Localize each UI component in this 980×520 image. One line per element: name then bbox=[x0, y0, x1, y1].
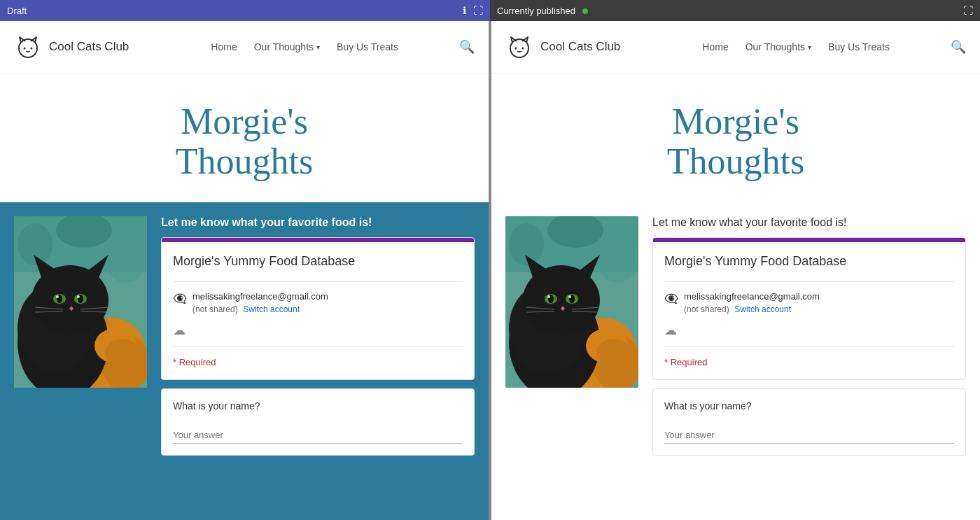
svg-point-53 bbox=[568, 295, 571, 298]
switch-account-link-right[interactable]: Switch account bbox=[734, 304, 791, 314]
svg-point-8 bbox=[18, 223, 52, 265]
logo-text-left: Cool Cats Club bbox=[49, 40, 129, 54]
nav-links-left: Home Our Thoughts ▾ Buy Us Treats bbox=[157, 41, 452, 52]
account-text-left: melissakingfreelance@gmail.com (not shar… bbox=[192, 290, 328, 316]
nav-home-left[interactable]: Home bbox=[211, 41, 237, 52]
cat-logo-icon-right bbox=[505, 33, 533, 61]
nav-treats-left[interactable]: Buy Us Treats bbox=[337, 41, 398, 52]
account-row-left: 👁‍🗨 melissakingfreelance@gmail.com (not … bbox=[173, 290, 463, 316]
nav-home-right[interactable]: Home bbox=[702, 41, 728, 52]
content-section-left: Let me know what your favorite food is! … bbox=[0, 202, 489, 520]
account-text-right: melissakingfreelance@gmail.com (not shar… bbox=[684, 290, 820, 316]
cat-photo-left bbox=[14, 216, 147, 388]
hero-title-right: Morgie's Thoughts bbox=[505, 101, 966, 181]
content-section-right: Let me know what your favorite food is! … bbox=[491, 202, 980, 520]
cat-image-right bbox=[505, 216, 638, 388]
nav-thoughts-right[interactable]: Our Thoughts ▾ bbox=[746, 41, 811, 52]
svg-point-2 bbox=[31, 48, 33, 50]
switch-account-link-left[interactable]: Switch account bbox=[243, 304, 300, 314]
required-text-right: * Required bbox=[664, 357, 707, 367]
cat-image-left bbox=[14, 216, 147, 388]
expand-icon-left[interactable]: ⛶ bbox=[473, 5, 483, 16]
nav-thoughts-left[interactable]: Our Thoughts ▾ bbox=[254, 41, 320, 52]
search-icon-right[interactable]: 🔍 bbox=[951, 39, 966, 55]
svg-point-52 bbox=[547, 295, 550, 298]
form-area-left[interactable]: Let me know what your favorite food is! … bbox=[161, 216, 475, 520]
svg-point-0 bbox=[19, 39, 37, 57]
cloud-icon-right: ☁ bbox=[664, 323, 954, 338]
svg-point-32 bbox=[515, 48, 517, 50]
answer-input-right[interactable] bbox=[664, 430, 954, 444]
draft-top-bar: Draft ℹ ⛶ bbox=[0, 0, 490, 21]
cat-logo-icon-left bbox=[14, 33, 42, 61]
svg-point-30 bbox=[105, 339, 140, 367]
answer-input-left[interactable] bbox=[173, 430, 463, 444]
svg-point-38 bbox=[509, 223, 544, 265]
question-card-right: What is your name? bbox=[652, 388, 966, 456]
svg-point-33 bbox=[522, 48, 524, 50]
form-card-right: Morgie's Yummy Food Database 👁‍🗨 melissa… bbox=[652, 237, 966, 380]
logo-right: Cool Cats Club bbox=[505, 33, 620, 61]
cloud-icon-left: ☁ bbox=[173, 323, 463, 338]
nav-bar-left: Cool Cats Club Home Our Thoughts ▾ Buy U… bbox=[0, 21, 489, 73]
eye-off-icon-left: 👁‍🗨 bbox=[173, 292, 187, 305]
form-card-title-left: Morgie's Yummy Food Database bbox=[173, 253, 463, 269]
svg-point-23 bbox=[77, 295, 80, 298]
svg-point-1 bbox=[24, 48, 26, 50]
eye-off-icon-right: 👁‍🗨 bbox=[664, 292, 678, 305]
svg-point-60 bbox=[596, 339, 631, 367]
required-text-left: * Required bbox=[173, 357, 216, 367]
form-card-left: Morgie's Yummy Food Database 👁‍🗨 melissa… bbox=[161, 237, 475, 380]
chevron-down-icon-right: ▾ bbox=[808, 43, 811, 51]
svg-point-40 bbox=[596, 234, 638, 283]
info-icon[interactable]: ℹ bbox=[463, 5, 466, 16]
published-dot bbox=[582, 8, 588, 14]
svg-point-31 bbox=[510, 39, 528, 57]
form-card-title-right: Morgie's Yummy Food Database bbox=[664, 253, 954, 269]
svg-point-10 bbox=[105, 234, 147, 283]
chevron-down-icon-left: ▾ bbox=[316, 43, 320, 51]
form-area-right[interactable]: Let me know what your favorite food is! … bbox=[652, 216, 966, 520]
logo-left: Cool Cats Club bbox=[14, 33, 129, 61]
question-card-left: What is your name? bbox=[161, 388, 475, 456]
search-icon-left[interactable]: 🔍 bbox=[459, 39, 475, 55]
hero-left: Morgie's Thoughts bbox=[0, 73, 489, 202]
draft-label: Draft bbox=[7, 6, 27, 16]
expand-icon-right[interactable]: ⛶ bbox=[963, 5, 973, 16]
question-title-left: What is your name? bbox=[173, 400, 463, 412]
published-top-bar: Currently published ⛶ bbox=[490, 0, 980, 21]
account-row-right: 👁‍🗨 melissakingfreelance@gmail.com (not … bbox=[664, 290, 954, 316]
form-label-left: Let me know what your favorite food is! bbox=[161, 216, 475, 229]
cat-photo-right bbox=[505, 216, 638, 388]
form-label-right: Let me know what your favorite food is! bbox=[652, 216, 966, 229]
hero-right: Morgie's Thoughts bbox=[491, 73, 980, 202]
published-label: Currently published bbox=[497, 6, 588, 16]
published-panel: Cool Cats Club Home Our Thoughts ▾ Buy U… bbox=[491, 21, 980, 520]
nav-treats-right[interactable]: Buy Us Treats bbox=[828, 41, 890, 52]
hero-title-left: Morgie's Thoughts bbox=[14, 101, 475, 181]
nav-bar-right: Cool Cats Club Home Our Thoughts ▾ Buy U… bbox=[491, 21, 980, 73]
logo-text-right: Cool Cats Club bbox=[540, 40, 620, 54]
question-title-right: What is your name? bbox=[664, 400, 954, 412]
svg-point-22 bbox=[56, 295, 59, 298]
nav-links-right: Home Our Thoughts ▾ Buy Us Treats bbox=[648, 41, 944, 52]
draft-panel: Cool Cats Club Home Our Thoughts ▾ Buy U… bbox=[0, 21, 489, 520]
